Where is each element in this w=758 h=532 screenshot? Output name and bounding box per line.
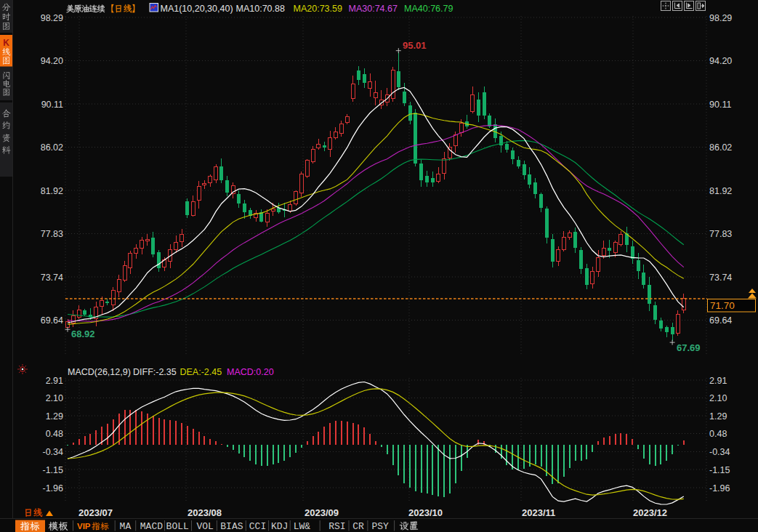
svg-text:1.29: 1.29 [46,411,63,422]
svg-text:2.91: 2.91 [46,376,63,386]
svg-text:-1.15: -1.15 [43,465,64,475]
svg-text:2.10: 2.10 [46,393,63,403]
svg-text:86.02: 86.02 [41,142,63,153]
svg-text:81.92: 81.92 [41,186,63,196]
svg-text:94.20: 94.20 [709,56,732,66]
svg-text:77.83: 77.83 [709,229,732,239]
svg-text:98.29: 98.29 [709,13,732,23]
svg-text:KDJ: KDJ [271,521,288,532]
svg-text:MA10:70.88: MA10:70.88 [236,4,285,14]
svg-text:BOLL: BOLL [166,521,189,532]
svg-text:73.74: 73.74 [709,273,732,283]
svg-text:81.92: 81.92 [709,186,732,196]
svg-text:CR: CR [352,521,364,532]
svg-text:-1.96: -1.96 [709,483,730,493]
svg-text:MA1(10,20,30,40): MA1(10,20,30,40) [161,4,233,14]
svg-text:95.01: 95.01 [403,40,427,51]
svg-text:VOL: VOL [196,521,213,532]
svg-text:MA30:74.67: MA30:74.67 [349,4,398,14]
svg-text:98.29: 98.29 [41,13,63,23]
svg-text:2023/11: 2023/11 [522,507,555,518]
svg-text:2023/08: 2023/08 [188,507,222,518]
svg-text:94.20: 94.20 [41,56,63,66]
svg-text:86.02: 86.02 [709,142,732,153]
svg-text:2023/10: 2023/10 [408,507,443,518]
svg-text:MACD: MACD [140,521,163,532]
svg-text:0.48: 0.48 [709,429,727,439]
svg-text:2.10: 2.10 [709,393,727,403]
svg-text:73.74: 73.74 [41,273,63,283]
svg-text:0.48: 0.48 [46,429,63,439]
svg-text:MA: MA [120,521,132,532]
svg-text:1.29: 1.29 [709,411,727,422]
svg-text:MACD:0.20: MACD:0.20 [227,367,274,377]
svg-text:68.92: 68.92 [71,329,95,339]
svg-text:K: K [3,38,9,48]
svg-text:2023/07: 2023/07 [78,507,113,518]
svg-text:BIAS: BIAS [220,521,243,532]
svg-text:2023/09: 2023/09 [305,507,339,518]
svg-text:-0.34: -0.34 [43,447,64,457]
svg-text:RSI: RSI [328,521,345,532]
svg-text:DIFF:-2.35: DIFF:-2.35 [133,367,177,377]
svg-text:71.70: 71.70 [710,300,735,311]
svg-text:90.11: 90.11 [709,100,731,110]
svg-text:67.69: 67.69 [677,342,701,353]
svg-text:MA20:73.59: MA20:73.59 [294,4,342,14]
svg-text:2.91: 2.91 [709,376,727,386]
svg-text:2023/12: 2023/12 [633,507,667,518]
svg-text:MA40:76.79: MA40:76.79 [404,4,453,14]
svg-text:77.83: 77.83 [41,229,63,239]
svg-text:LW&: LW& [294,521,311,532]
svg-text:-1.15: -1.15 [709,465,730,475]
svg-text:69.64: 69.64 [41,315,63,326]
svg-text:VIP: VIP [77,522,91,531]
svg-text:-0.34: -0.34 [709,447,730,457]
svg-text:DEA:-2.45: DEA:-2.45 [180,367,222,377]
svg-text:MACD(26,12,9): MACD(26,12,9) [68,367,131,377]
svg-text:90.11: 90.11 [41,100,63,110]
svg-text:PSY: PSY [371,521,389,532]
svg-text:69.64: 69.64 [709,315,732,326]
svg-text:-1.96: -1.96 [43,483,64,493]
svg-text:CCI: CCI [249,521,266,532]
